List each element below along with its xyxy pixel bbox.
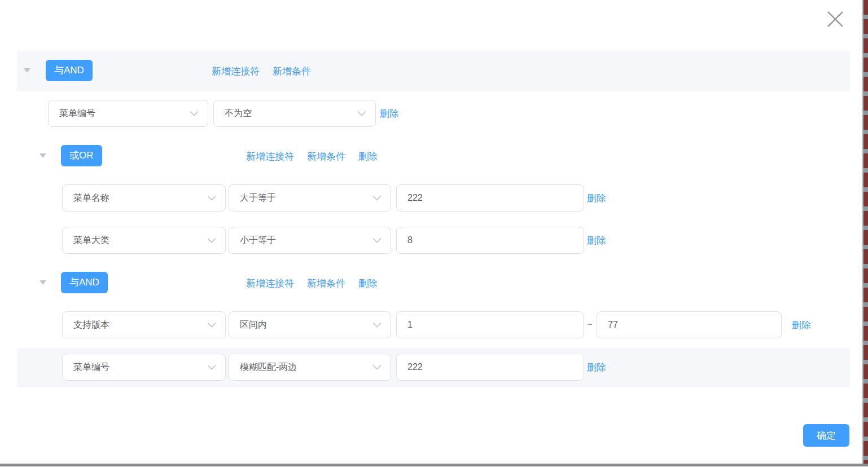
operator-select-value: 模糊匹配-两边 <box>240 362 297 373</box>
filter-builder-dialog: 与AND 新增连接符 新增条件 菜单编号 不为空 删除 或OR 新增连接符 新增… <box>0 0 868 467</box>
chevron-down-icon <box>190 111 199 116</box>
field-select-value: 菜单编号 <box>59 108 95 120</box>
caret-down-icon[interactable] <box>24 68 30 73</box>
range-separator: ~ <box>587 318 592 332</box>
delete-condition-link[interactable]: 删除 <box>587 361 606 375</box>
chevron-down-icon <box>207 196 216 201</box>
chevron-down-icon <box>207 323 216 328</box>
group-actions: 新增连接符 新增条件 <box>212 65 311 78</box>
add-connector-link[interactable]: 新增连接符 <box>246 277 294 290</box>
chevron-down-icon <box>207 238 216 243</box>
value-input[interactable] <box>396 227 584 254</box>
delete-condition-link[interactable]: 删除 <box>587 234 606 248</box>
chevron-down-icon <box>372 196 382 201</box>
operator-select[interactable]: 小于等于 <box>229 227 391 254</box>
field-select-value: 菜单大类 <box>73 235 109 246</box>
operator-select-value: 大于等于 <box>240 192 276 204</box>
chevron-down-icon <box>207 365 216 370</box>
add-connector-link[interactable]: 新增连接符 <box>246 150 294 164</box>
range-start-input[interactable] <box>396 311 584 338</box>
connector-button-and[interactable]: 与AND <box>61 272 108 293</box>
group-header-highlight-band <box>17 51 850 91</box>
delete-condition-link[interactable]: 删除 <box>380 107 399 121</box>
chevron-down-icon <box>372 323 382 328</box>
add-condition-link[interactable]: 新增条件 <box>273 65 311 78</box>
value-input[interactable] <box>396 354 584 381</box>
field-select[interactable]: 支持版本 <box>62 311 226 338</box>
operator-select[interactable]: 不为空 <box>213 100 376 127</box>
delete-group-link[interactable]: 删除 <box>358 277 378 290</box>
connector-button-or[interactable]: 或OR <box>61 145 102 166</box>
window-right-edge <box>862 0 868 464</box>
operator-select[interactable]: 大于等于 <box>229 184 391 212</box>
operator-select-value: 小于等于 <box>240 235 276 246</box>
connector-button-and[interactable]: 与AND <box>46 60 93 81</box>
operator-select-value: 区间内 <box>240 319 267 331</box>
value-input[interactable] <box>396 184 584 212</box>
delete-condition-link[interactable]: 删除 <box>792 319 811 332</box>
add-condition-link[interactable]: 新增条件 <box>307 277 345 290</box>
close-icon <box>826 10 845 29</box>
delete-condition-link[interactable]: 删除 <box>587 192 606 205</box>
field-select-value: 菜单名称 <box>73 192 109 204</box>
operator-select-value: 不为空 <box>225 108 252 120</box>
chevron-down-icon <box>357 111 366 116</box>
group-actions: 新增连接符 新增条件 删除 <box>246 277 378 290</box>
field-select-value: 菜单编号 <box>73 362 109 373</box>
field-select[interactable]: 菜单编号 <box>62 354 226 381</box>
close-button[interactable] <box>822 6 849 33</box>
add-condition-link[interactable]: 新增条件 <box>307 150 345 164</box>
operator-select[interactable]: 模糊匹配-两边 <box>229 354 391 381</box>
field-select[interactable]: 菜单编号 <box>48 100 208 127</box>
caret-down-icon[interactable] <box>40 153 46 158</box>
confirm-button[interactable]: 确定 <box>803 424 849 447</box>
caret-down-icon[interactable] <box>40 280 46 285</box>
add-connector-link[interactable]: 新增连接符 <box>212 65 260 78</box>
delete-group-link[interactable]: 删除 <box>358 150 378 164</box>
chevron-down-icon <box>372 365 382 370</box>
operator-select[interactable]: 区间内 <box>229 311 391 338</box>
range-end-input[interactable] <box>597 311 782 338</box>
field-select[interactable]: 菜单名称 <box>62 184 226 212</box>
group-actions: 新增连接符 新增条件 删除 <box>246 150 378 164</box>
window-bottom-edge <box>0 464 868 467</box>
field-select-value: 支持版本 <box>73 319 109 331</box>
field-select[interactable]: 菜单大类 <box>62 227 226 254</box>
chevron-down-icon <box>372 238 382 243</box>
